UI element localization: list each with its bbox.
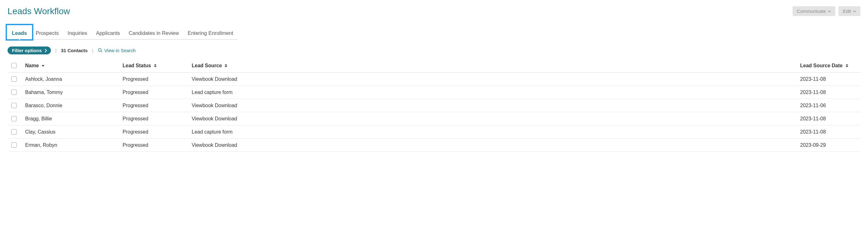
cell-lead-status: Progressed [120,125,189,139]
column-header-name[interactable]: Name [23,60,120,72]
table-row: Ashlock, JoannaProgressedViewbook Downlo… [7,72,861,86]
cell-lead-source: Lead capture form [189,86,798,99]
table-header-row: Name Lead Status Lead Source Lead Source… [7,60,861,72]
filter-options-label: Filter options [12,48,42,53]
cell-name[interactable]: Clay, Cassius [23,125,120,139]
svg-line-1 [101,51,102,52]
table-row: Bragg, BillieProgressedViewbook Download… [7,112,861,125]
divider: | [55,48,57,53]
cell-lead-source-date: 2023-11-08 [798,72,861,86]
tab-label: Entering Enrollment [188,30,233,36]
row-checkbox[interactable] [11,90,17,95]
tab-applicants[interactable]: Applicants [91,28,124,39]
tab-candidates-review[interactable]: Candidates in Review [124,28,184,39]
communicate-button[interactable]: Communicate [793,6,836,16]
cell-name[interactable]: Erman, Robyn [23,139,120,152]
table-row: Clay, CassiusProgressedLead capture form… [7,125,861,139]
header-actions: Communicate Edit [793,6,861,16]
table-row: Erman, RobynProgressedViewbook Download2… [7,139,861,152]
cell-lead-source: Viewbook Download [189,99,798,112]
cell-name[interactable]: Ashlock, Joanna [23,72,120,86]
row-checkbox[interactable] [11,116,17,121]
cell-name[interactable]: Bahama, Tommy [23,86,120,99]
chevron-down-icon [853,10,856,13]
cell-lead-status: Progressed [120,139,189,152]
chevron-right-icon [44,49,47,53]
filter-bar: Filter options | 31 Contacts | View in S… [7,47,861,54]
column-header-lead-source-date[interactable]: Lead Source Date [798,60,861,72]
table-row: Bahama, TommyProgressedLead capture form… [7,86,861,99]
sort-icon [154,64,157,67]
cell-lead-source-date: 2023-11-08 [798,86,861,99]
divider: | [92,48,93,53]
row-checkbox[interactable] [11,77,17,82]
cell-lead-source: Viewbook Download [189,112,798,125]
tab-label: Candidates in Review [129,30,179,36]
row-checkbox[interactable] [11,142,17,148]
cell-lead-source-date: 2023-11-06 [798,99,861,112]
column-label: Lead Status [123,63,151,68]
leads-table: Name Lead Status Lead Source Lead Source… [7,60,861,152]
filter-options-button[interactable]: Filter options [7,47,51,54]
cell-lead-status: Progressed [120,72,189,86]
view-in-search-link[interactable]: View in Search [98,48,136,54]
tab-inquiries[interactable]: Inquiries [63,28,91,39]
tab-label: Prospects [36,30,59,36]
cell-lead-status: Progressed [120,86,189,99]
select-all-checkbox[interactable] [11,63,17,68]
cell-lead-source: Lead capture form [189,125,798,139]
edit-label: Edit [843,8,851,14]
sort-icon [845,64,848,67]
tabs: Leads Prospects Inquiries Applicants Can… [7,28,238,39]
tab-label: Inquiries [68,30,87,36]
sort-desc-icon [41,64,44,67]
column-label: Name [25,63,39,68]
cell-lead-status: Progressed [120,112,189,125]
cell-lead-source: Viewbook Download [189,72,798,86]
row-checkbox[interactable] [11,103,17,108]
tab-label: Applicants [96,30,120,36]
cell-name[interactable]: Barasco, Donnie [23,99,120,112]
cell-lead-source: Viewbook Download [189,139,798,152]
cell-lead-source-date: 2023-11-08 [798,112,861,125]
sort-icon [224,64,227,67]
cell-lead-source-date: 2023-11-08 [798,125,861,139]
edit-button[interactable]: Edit [838,6,861,16]
cell-lead-source-date: 2023-09-29 [798,139,861,152]
communicate-label: Communicate [797,8,826,14]
chevron-down-icon [828,10,831,13]
tab-entering-enrollment[interactable]: Entering Enrollment [183,28,238,39]
column-header-lead-source[interactable]: Lead Source [189,60,798,72]
column-label: Lead Source [192,63,222,68]
select-all-header [7,60,23,72]
view-in-search-label: View in Search [104,48,136,53]
svg-point-0 [98,48,101,51]
cell-name[interactable]: Bragg, Billie [23,112,120,125]
tab-leads[interactable]: Leads [7,28,31,39]
page-title: Leads Workflow [7,6,70,16]
cell-lead-status: Progressed [120,99,189,112]
search-icon [98,48,102,54]
contacts-count: 31 Contacts [61,48,88,53]
row-checkbox[interactable] [11,129,17,134]
column-label: Lead Source Date [800,63,842,68]
column-header-lead-status[interactable]: Lead Status [120,60,189,72]
table-row: Barasco, DonnieProgressedViewbook Downlo… [7,99,861,112]
tab-label: Leads [12,30,27,36]
tab-prospects[interactable]: Prospects [31,28,63,39]
